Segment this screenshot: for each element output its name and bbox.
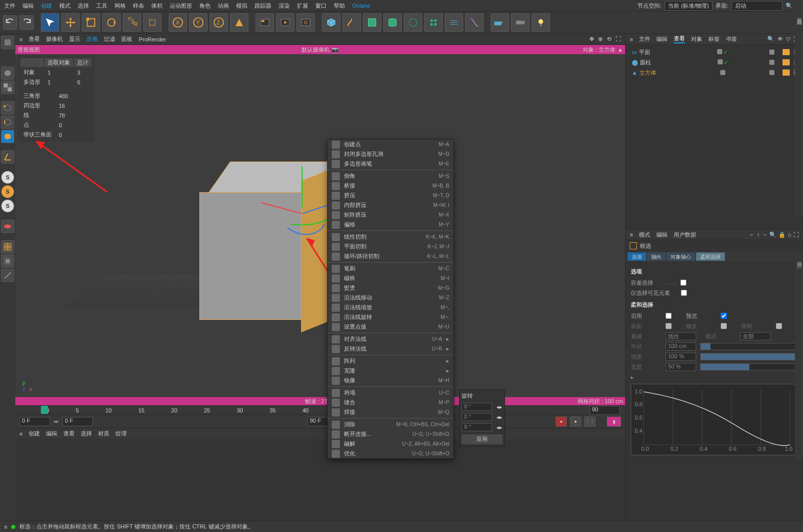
vp-options-menu[interactable]: 选项 — [86, 35, 98, 43]
om-edit-menu[interactable]: 编辑 — [656, 35, 668, 43]
key-options-button[interactable]: ⋮⋮ — [584, 417, 595, 427]
hamburger-icon[interactable]: ≡ — [630, 232, 633, 238]
width-slider[interactable] — [700, 363, 798, 371]
ctx-内部挤压[interactable]: 内部挤压M~W, I — [328, 200, 453, 210]
ctx-融解[interactable]: 融解U~Z, Alt+BS, Alt+Del — [328, 439, 453, 449]
phong-tag-icon[interactable] — [783, 70, 790, 76]
tab-object-axis[interactable]: 对象轴心 — [667, 252, 695, 261]
mat-create-menu[interactable]: 创建 — [29, 430, 40, 437]
mat-select-menu[interactable]: 选择 — [81, 430, 92, 437]
x-axis-toggle[interactable]: X — [169, 13, 187, 32]
z-axis-toggle[interactable]: Z — [210, 13, 228, 32]
ctx-偏移[interactable]: 偏移M~Y — [328, 220, 453, 229]
om-view-menu[interactable]: 查看 — [674, 35, 685, 43]
ctx-消除[interactable]: 消除M~N, Ctrl+BS, Ctrl+Del — [328, 420, 453, 429]
visible-only-checkbox[interactable] — [681, 290, 687, 296]
search-icon[interactable]: 🔍 — [769, 232, 776, 238]
apply-button[interactable]: 应用 — [462, 434, 502, 444]
psr-tool[interactable]: PSR — [123, 13, 141, 32]
back-icon[interactable]: ← — [749, 232, 755, 238]
up-icon[interactable]: ↑ — [757, 232, 760, 238]
ctx-熨烫[interactable]: 熨烫M~G — [328, 283, 453, 293]
ctx-平面切割[interactable]: 平面切割K~J, M~J — [328, 242, 453, 251]
ctx-焊接[interactable]: 焊接M~Q — [328, 407, 453, 417]
mat-material-menu[interactable]: 材质 — [98, 430, 109, 437]
menu-spline[interactable]: 样条 — [133, 2, 144, 10]
locked-tool[interactable] — [143, 13, 162, 32]
timeline-ruler[interactable]: 051015202530354045505560 90 — [15, 405, 625, 414]
volume-builder-button[interactable] — [404, 13, 422, 32]
extrude-gen-button[interactable] — [383, 13, 402, 32]
vp-zoom-icon[interactable]: ⊕ — [598, 36, 603, 42]
radius-slider[interactable] — [700, 343, 798, 350]
menu-select[interactable]: 选择 — [78, 2, 89, 10]
vp-orbit-icon[interactable]: ⟲ — [607, 36, 611, 42]
move-tool[interactable] — [61, 13, 80, 32]
menu-file[interactable]: 文件 — [4, 2, 15, 10]
autokey-button[interactable]: ● — [556, 417, 567, 427]
perspective-viewport[interactable]: 选取对象总计 对象13 多边形16 三角形480 四边形16 线78 点0 带状… — [15, 54, 625, 397]
am-mode-menu[interactable]: 模式 — [639, 231, 650, 239]
rotate-tool[interactable] — [102, 13, 121, 32]
ctx-沿法线移动[interactable]: 沿法线移动M~Z — [328, 293, 453, 303]
edge-mode-button[interactable] — [1, 115, 14, 129]
ctx-断开连接...[interactable]: 断开连接...U~D, U~Shift+D — [328, 429, 453, 439]
vp-filter-menu[interactable]: 过滤 — [104, 35, 115, 43]
render-settings-button[interactable] — [296, 13, 315, 32]
menu-mograph[interactable]: 运动图形 — [170, 2, 192, 10]
point-mode-button[interactable] — [1, 101, 14, 114]
tree-row-cylinder[interactable]: ⬤ 圆柱 ✓ — [628, 57, 801, 67]
mat-texture-menu[interactable]: 纹理 — [116, 430, 127, 437]
mode-dropdown[interactable]: 全部 — [740, 332, 771, 340]
hamburger-icon[interactable]: ≡ — [630, 36, 633, 42]
ctx-笔刷[interactable]: 笔刷M~C — [328, 264, 453, 273]
workplane-button[interactable] — [1, 220, 14, 233]
om-tags-menu[interactable]: 标签 — [708, 35, 720, 43]
menu-help[interactable]: 帮助 — [334, 2, 345, 10]
ctx-创建点[interactable]: 创建点M~A — [328, 140, 453, 149]
current-frame-field[interactable]: 0 F — [62, 417, 93, 426]
menu-mode[interactable]: 模式 — [59, 2, 71, 10]
deformer-button[interactable] — [465, 13, 484, 32]
ctx-克隆[interactable]: 克隆▸ — [328, 366, 453, 376]
camera-icon[interactable]: 📷 — [332, 47, 339, 53]
am-userdata-menu[interactable]: 用户数据 — [674, 231, 696, 239]
ctx-磁铁[interactable]: 磁铁M~I — [328, 273, 453, 283]
tab-soft-select[interactable]: 柔和选择 — [696, 252, 725, 261]
keyframe-mode-button[interactable]: ▮ — [607, 417, 621, 427]
ctx-封闭多边形孔洞[interactable]: 封闭多边形孔洞M~D — [328, 149, 453, 159]
rot-p-field[interactable]: 0 ° — [462, 413, 492, 421]
menu-mesh[interactable]: 网格 — [114, 2, 126, 10]
menu-character[interactable]: 角色 — [199, 2, 211, 10]
preview-checkbox[interactable] — [721, 313, 727, 319]
hamburger-icon[interactable]: ≡ — [19, 431, 22, 437]
maximize-icon[interactable]: ⛶ — [793, 232, 799, 238]
menu-animate[interactable]: 动画 — [218, 2, 229, 10]
om-bookmarks-menu[interactable]: 书签 — [726, 35, 737, 43]
strength-field[interactable]: 100 % — [666, 353, 696, 361]
tree-row-cube[interactable]: ▲ 立方体 — [628, 67, 801, 78]
cube-primitive-button[interactable] — [322, 13, 340, 32]
texture-mode-button[interactable] — [1, 81, 14, 94]
menu-window[interactable]: 窗口 — [315, 2, 327, 10]
menu-create[interactable]: 创建 — [41, 2, 52, 10]
vp-maximize-icon[interactable]: ⛶ — [615, 36, 621, 42]
eye-icon[interactable]: 👁 — [777, 36, 783, 42]
hamburger-icon[interactable]: ≡ — [4, 524, 7, 530]
home-icon[interactable]: ⌂ — [788, 232, 791, 238]
tab-options[interactable]: 选项 — [628, 252, 646, 261]
nodespace-dropdown[interactable]: 当前 (标准/物理) — [664, 1, 712, 11]
ctx-桥接[interactable]: 桥接M~B, B — [328, 181, 453, 191]
tab-axis[interactable]: 轴向 — [647, 252, 666, 261]
search-icon[interactable]: 🔍 — [767, 36, 774, 42]
falloff-dropdown[interactable]: 线性 — [666, 332, 696, 340]
record-button[interactable]: ● — [570, 417, 581, 427]
soft-select-button[interactable] — [1, 240, 14, 253]
ctx-对齐法线[interactable]: 对齐法线U~A▸ — [328, 334, 453, 344]
ctx-沿法线旋转[interactable]: 沿法线旋转M~. — [328, 312, 453, 322]
render-pv-button[interactable] — [276, 13, 294, 32]
menu-render[interactable]: 渲染 — [279, 2, 290, 10]
snap-enable-button[interactable]: S — [1, 171, 14, 184]
ctx-矩阵挤压[interactable]: 矩阵挤压M~X — [328, 210, 453, 220]
ctx-坍塌[interactable]: 坍塌U~C — [328, 388, 453, 398]
